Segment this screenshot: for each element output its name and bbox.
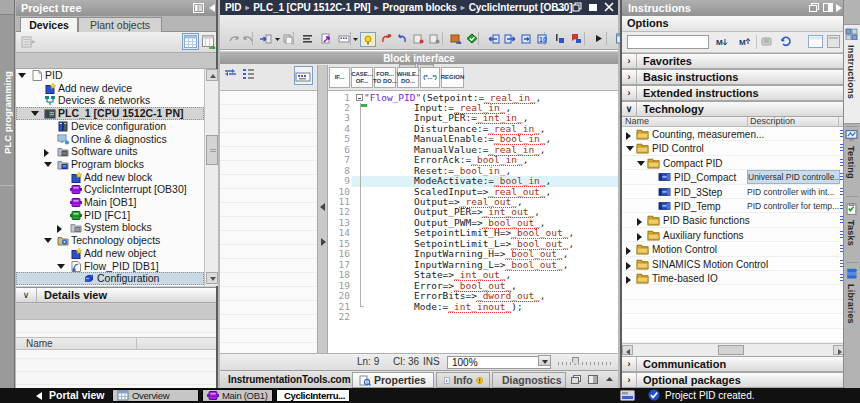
filter-disabled-icon[interactable] <box>761 36 774 48</box>
palette-expand-icon[interactable] <box>637 233 642 241</box>
tab-plant-objects[interactable]: Plant objects <box>78 17 162 32</box>
scroll-left-icon[interactable] <box>622 345 633 355</box>
taskbar-tab-main-ob1-[interactable]: Main (OB1) <box>202 389 273 402</box>
close-icon[interactable] <box>604 2 614 12</box>
tree-expand-icon[interactable] <box>57 264 65 269</box>
inspector-tab-diagnostics[interactable]: Diagnostics <box>492 372 566 388</box>
maximize-icon[interactable] <box>588 2 598 12</box>
memory-status-icon[interactable] <box>620 390 635 401</box>
scroll-down-icon[interactable] <box>206 272 218 284</box>
palette-row-pid-compact[interactable]: PID_CompactUniversal PID controlle... <box>622 170 845 184</box>
redo-disabled[interactable] <box>242 33 254 44</box>
bookmark-blue-icon[interactable] <box>554 33 566 44</box>
breadcrumb-item[interactable]: PLC_1 [CPU 1512C-1 PN] <box>253 2 370 13</box>
palette-row-sinamics-motion-control[interactable]: SINAMICS Motion Control <box>622 257 845 271</box>
tree-expand-icon[interactable] <box>44 149 49 157</box>
inspector-tab-properties[interactable]: Properties <box>352 372 434 388</box>
called-by-icon[interactable] <box>396 33 408 44</box>
breadcrumb-item[interactable]: PID <box>225 2 241 13</box>
search-down-icon[interactable]: M <box>716 36 729 48</box>
section-extended-instructions[interactable]: ›Extended instructions <box>622 85 843 101</box>
taskbar-tab-cyclicinterru-[interactable]: CyclicInterru... <box>276 389 350 402</box>
breadcrumb[interactable]: PID▸PLC_1 [CPU 1512C-1 PN]▸Program block… <box>225 0 573 16</box>
keyboard-toggle-icon[interactable] <box>294 66 313 85</box>
collapse-inspector-icon[interactable] <box>605 375 614 384</box>
palette-row-auxiliary-functions[interactable]: Auxiliary functions <box>622 228 845 242</box>
side-tab-tasks[interactable]: Tasks <box>844 200 860 260</box>
tree-item-pid[interactable]: PID <box>16 69 204 82</box>
download-icon[interactable] <box>450 33 462 44</box>
toolbar-overflow-icon[interactable] <box>594 33 606 44</box>
tree-item-cyclicinterrupt-ob30-[interactable]: CyclicInterrupt [OB30] <box>16 183 204 196</box>
tree-expand-icon[interactable] <box>31 111 39 116</box>
warning-list-icon[interactable] <box>428 33 440 44</box>
keyboard-icon-caret[interactable] <box>352 37 359 42</box>
table-view-toggle-icon[interactable] <box>182 33 199 50</box>
tree-expand-icon[interactable] <box>44 238 52 243</box>
tree-item-add-new-object[interactable]: Add new object <box>16 247 204 260</box>
section-chevron-icon[interactable]: › <box>622 70 637 84</box>
snippet-caseof-button[interactable]: CASE...OF... <box>351 67 373 88</box>
palette-row-pid-temp[interactable]: PID_TempPID controller for temp... <box>622 199 845 213</box>
inspector-tab-info[interactable]: iInfo <box>436 372 490 388</box>
tree-expand-icon[interactable] <box>18 73 26 78</box>
side-tab-testing[interactable]: Testing <box>844 126 860 194</box>
palette-expand-icon[interactable] <box>626 132 631 140</box>
palette-scrollbar-thumb[interactable] <box>718 345 744 355</box>
section-chevron-icon[interactable]: ∨ <box>622 102 637 116</box>
expand-panel-icon[interactable] <box>836 4 842 12</box>
restore-icon[interactable] <box>572 2 582 12</box>
float-panel-icon[interactable] <box>571 375 581 384</box>
column-description[interactable]: Description <box>750 116 795 126</box>
palette-expand-icon[interactable] <box>637 218 642 226</box>
tree-item-software-units[interactable]: Software units <box>16 145 204 158</box>
code-editor-area[interactable]: 1"Flow_PID"(Setpoint:=_real_in_,2Input:=… <box>328 91 618 354</box>
tree-item-devices-networks[interactable]: Devices & networks <box>16 94 204 107</box>
section-favorites[interactable]: ›Favorites <box>622 53 843 69</box>
section-communication[interactable]: ›Communication <box>622 356 843 372</box>
palette-expand-icon[interactable] <box>626 262 631 270</box>
details-collapse-icon[interactable]: ∨ <box>16 288 37 302</box>
section-optional-packages[interactable]: ›Optional packages <box>622 372 843 388</box>
palette-expand-icon[interactable] <box>626 247 631 255</box>
project-tree-scrollbar[interactable] <box>204 69 218 286</box>
section-chevron-icon[interactable]: › <box>622 373 637 387</box>
tree-item-program-blocks[interactable]: Program blocks <box>16 158 204 171</box>
insert-row-icon-caret[interactable] <box>274 37 281 42</box>
snippet-fortodo-button[interactable]: FOR...TO DO... <box>374 67 396 88</box>
tree-item-technology-objects[interactable]: Technology objects <box>16 234 204 247</box>
tab-devices[interactable]: Devices <box>20 17 78 32</box>
taskbar-tab-overview[interactable]: Overview <box>112 389 199 402</box>
breadcrumb-item[interactable]: Program blocks <box>383 2 457 13</box>
keyboard-icon[interactable] <box>338 33 350 44</box>
snippet-if-button[interactable]: IF... <box>329 67 350 88</box>
palette-row-motion-control[interactable]: Motion Control <box>622 242 845 256</box>
zoom-dropdown-icon[interactable] <box>538 355 551 366</box>
snippet-region-button[interactable]: REGION <box>441 67 464 88</box>
absolute-operands-icon[interactable] <box>360 32 376 47</box>
call-structure-icon[interactable] <box>380 33 392 44</box>
add-device-disabled-icon[interactable] <box>21 35 35 49</box>
side-tab-instructions[interactable]: Instructions <box>844 24 860 124</box>
tree-item-system-blocks[interactable]: System blocks <box>16 221 204 234</box>
scroll-up-icon[interactable] <box>206 69 218 81</box>
list-detail-icon[interactable] <box>242 68 255 80</box>
palette-row-counting-measuremen-[interactable]: Counting, measuremen... <box>622 127 845 141</box>
consistency-icon[interactable] <box>466 33 478 44</box>
tree-expand-icon[interactable] <box>44 162 52 167</box>
tree-item-commissioning[interactable]: Commissioning <box>16 285 204 286</box>
tree-item-flow-pid-db1-[interactable]: Flow_PID [DB1] <box>16 260 204 273</box>
tree-item-configuration[interactable]: Configuration <box>16 272 204 285</box>
expand-all-icon[interactable] <box>808 35 823 48</box>
step-out-icon[interactable] <box>488 33 500 44</box>
section-chevron-icon[interactable]: › <box>622 54 637 68</box>
snippet--button[interactable]: (*...*) <box>420 67 440 88</box>
side-tab-libraries[interactable]: Libraries <box>844 264 860 338</box>
palette-row-time-based-io[interactable]: Time-based IO <box>622 271 845 285</box>
tree-item-online-diagnostics[interactable]: Online & diagnostics <box>16 133 204 146</box>
editor-splitter[interactable] <box>317 65 328 354</box>
diagram-view-icon[interactable] <box>202 35 216 49</box>
palette-row-compact-pid[interactable]: Compact PID <box>622 156 845 170</box>
bookmark-red-icon[interactable] <box>570 33 582 44</box>
collapse-panel-icon[interactable] <box>209 4 215 12</box>
